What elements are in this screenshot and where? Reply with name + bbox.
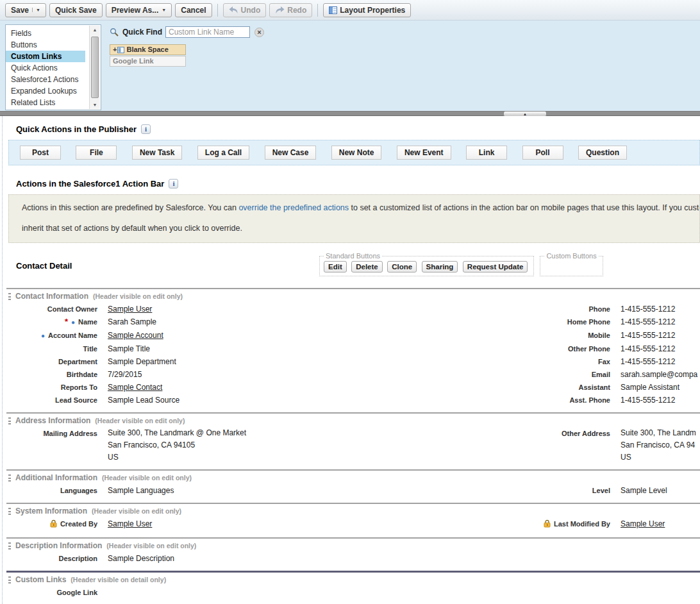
search-icon xyxy=(110,28,119,37)
chevron-down-icon[interactable]: ▼ xyxy=(32,8,40,12)
custom-buttons-label: Custom Buttons xyxy=(544,252,598,260)
field-label-text: Created By xyxy=(60,520,97,528)
sharing-button[interactable]: Sharing xyxy=(422,261,458,273)
field-row[interactable]: Department Sample Department Fax 1-415-5… xyxy=(6,355,700,368)
drag-handle-icon[interactable] xyxy=(8,576,11,583)
section-header[interactable]: Address Information (Header visible on e… xyxy=(6,414,700,427)
sample-user-link[interactable]: Sample User xyxy=(621,519,665,528)
drag-handle-icon[interactable] xyxy=(8,293,11,300)
section-header[interactable]: Additional Information (Header visible o… xyxy=(6,471,700,484)
redo-button[interactable]: Redo xyxy=(269,3,312,17)
address-line: Suite 300, The Landm xyxy=(621,427,700,439)
undo-button[interactable]: Undo xyxy=(223,3,267,17)
section-header[interactable]: Custom Links (Header visible on detail o… xyxy=(6,573,700,586)
drag-handle-icon[interactable] xyxy=(8,542,11,549)
field-label: Mobile xyxy=(350,329,610,342)
field-value xyxy=(610,552,700,565)
sample-user-link[interactable]: Sample User xyxy=(108,519,152,528)
info-icon[interactable]: i xyxy=(141,124,151,134)
cancel-button[interactable]: Cancel xyxy=(175,3,212,17)
toolbar-separator xyxy=(317,4,318,17)
field-row[interactable]: Contact Owner Sample User Phone 1-415-55… xyxy=(6,303,700,315)
field-value: Suite 300, The Landmark @ One Market San… xyxy=(97,427,350,464)
publisher-action-post[interactable]: Post xyxy=(20,146,61,160)
quick-find-input[interactable] xyxy=(165,26,250,38)
preview-as-button[interactable]: Preview As... ▼ xyxy=(106,3,172,17)
sidebar-item-fields[interactable]: Fields xyxy=(6,28,85,39)
field-row[interactable]: Lead Source Sample Lead Source Asst. Pho… xyxy=(6,394,700,407)
sidebar-item-custom-links[interactable]: Custom Links xyxy=(6,51,85,62)
section-note: (Header visible on edit only) xyxy=(102,474,192,482)
field-row[interactable]: Description Sample Description xyxy=(6,552,700,565)
sidebar-item-buttons[interactable]: Buttons xyxy=(6,39,85,51)
field-label: Asst. Phone xyxy=(350,394,610,407)
field-row[interactable]: ●Account Name Sample Account Mobile 1-41… xyxy=(6,329,700,342)
field-label-text: Last Modified By xyxy=(554,520,610,528)
field-label: Reports To xyxy=(6,381,97,394)
field-row[interactable]: Mailing Address Suite 300, The Landmark … xyxy=(6,427,700,464)
clone-button[interactable]: Clone xyxy=(387,261,417,273)
clear-search-icon[interactable]: × xyxy=(254,28,264,37)
palette-item-google-link[interactable]: Google Link xyxy=(110,56,186,67)
action-bar-title-row: Actions in the Salesforce1 Action Bar i xyxy=(16,179,700,189)
sample-account-link[interactable]: Sample Account xyxy=(108,331,163,340)
field-row[interactable]: Reports To Sample Contact Assistant Samp… xyxy=(6,381,700,394)
scrollbar[interactable]: ▲ ▼ xyxy=(89,26,100,109)
publisher-action-new-case[interactable]: New Case xyxy=(265,146,317,160)
sidebar-item-salesforce1-actions[interactable]: Salesforce1 Actions xyxy=(6,74,85,85)
publisher-action-new-event[interactable]: New Event xyxy=(397,146,451,160)
publisher-action-log-a-call[interactable]: Log a Call xyxy=(197,146,249,160)
toolbar-separator xyxy=(217,4,218,17)
request-update-button[interactable]: Request Update xyxy=(463,261,528,273)
palette-collapse-bar[interactable]: ▲ xyxy=(0,111,700,116)
quick-save-button[interactable]: Quick Save xyxy=(49,3,103,17)
field-label: Home Phone xyxy=(350,315,610,329)
delete-button[interactable]: Delete xyxy=(351,261,383,273)
field-row[interactable]: Languages Sample Languages Level Sample … xyxy=(6,484,700,497)
field-value: 1-415-555-1212 xyxy=(610,342,700,355)
section-header[interactable]: System Information (Header visible on ed… xyxy=(6,504,700,517)
layout-properties-button[interactable]: Layout Properties xyxy=(323,3,411,17)
field-row[interactable]: Birthdate 7/29/2015 Email sarah.sample@c… xyxy=(6,368,700,381)
section-note: (Header visible on detail only) xyxy=(71,576,166,583)
page-layout-editor: Save ▼ Quick Save Preview As... ▼ Cancel… xyxy=(0,0,700,604)
field-row[interactable]: Title Sample Title Other Phone 1-415-555… xyxy=(6,342,700,355)
section-note: (Header visible on edit only) xyxy=(93,292,183,300)
field-row[interactable]: Created By Sample User Last Modified By … xyxy=(6,517,700,532)
sidebar-item-related-lists[interactable]: Related Lists xyxy=(6,97,85,108)
publisher-action-new-note[interactable]: New Note xyxy=(331,146,382,160)
section-header[interactable]: Description Information (Header visible … xyxy=(6,539,700,552)
sample-user-link[interactable]: Sample User xyxy=(108,305,152,314)
toolbar: Save ▼ Quick Save Preview As... ▼ Cancel… xyxy=(0,0,700,21)
publisher-action-poll[interactable]: Poll xyxy=(522,146,563,160)
field-label: Description xyxy=(6,552,97,565)
sidebar-item-quick-actions[interactable]: Quick Actions xyxy=(6,62,85,74)
palette-item-label: Google Link xyxy=(113,56,154,66)
undo-label: Undo xyxy=(241,6,261,15)
edit-button[interactable]: Edit xyxy=(324,261,347,273)
scroll-down-icon[interactable]: ▼ xyxy=(90,103,100,107)
scrollbar-thumb[interactable] xyxy=(91,37,99,98)
drag-handle-icon[interactable] xyxy=(8,417,11,424)
palette-item-blank-space[interactable]: + Blank Space xyxy=(110,44,186,55)
sidebar-item-expanded-lookups[interactable]: Expanded Lookups xyxy=(6,85,85,97)
publisher-action-new-task[interactable]: New Task xyxy=(132,146,182,160)
override-actions-link[interactable]: override the predefined actions xyxy=(238,203,349,212)
section-title: Additional Information xyxy=(15,473,97,482)
section-title: Custom Links xyxy=(15,575,66,584)
custom-link-row[interactable]: Google Link xyxy=(6,586,700,599)
drag-handle-icon[interactable] xyxy=(8,508,11,515)
save-button[interactable]: Save ▼ xyxy=(5,3,46,17)
publisher-action-question[interactable]: Question xyxy=(578,146,627,160)
sample-contact-link[interactable]: Sample Contact xyxy=(108,383,162,392)
publisher-action-file[interactable]: File xyxy=(76,146,117,160)
info-icon[interactable]: i xyxy=(169,179,178,189)
section-header[interactable]: Contact Information (Header visible on e… xyxy=(6,289,700,303)
address-line: Suite 300, The Landmark @ One Market xyxy=(108,427,350,439)
scroll-up-icon[interactable]: ▲ xyxy=(90,28,100,32)
section-description-information: Description Information (Header visible … xyxy=(6,537,700,571)
field-row[interactable]: *●Name Sarah Sample Home Phone 1-415-555… xyxy=(6,315,700,329)
publisher-action-link[interactable]: Link xyxy=(466,146,507,160)
field-value: Sarah Sample xyxy=(97,315,350,329)
drag-handle-icon[interactable] xyxy=(8,474,11,482)
